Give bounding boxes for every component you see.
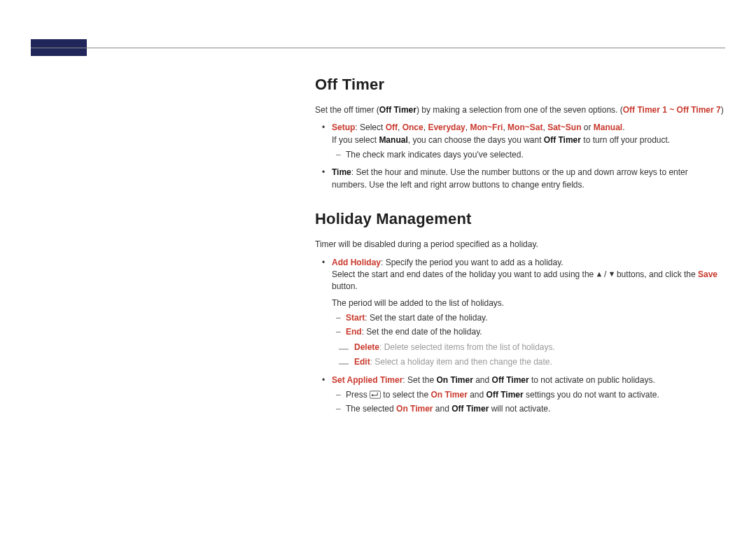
kw-time: Time [332, 167, 351, 177]
heading-holiday-management: Holiday Management [315, 208, 725, 230]
text: The selected [346, 404, 396, 414]
applied-timer-sub-list: Press to select the On Timer and Off Tim… [332, 389, 725, 416]
kw-end: End [346, 327, 362, 337]
list-item-setup: Setup: Select Off, Once, Everyday, Mon~F… [315, 122, 725, 161]
sub-item-press: Press to select the On Timer and Off Tim… [332, 389, 725, 401]
list-item-set-applied-timer: Set Applied Timer: Set the On Timer and … [315, 374, 725, 416]
svg-marker-0 [596, 272, 601, 276]
text: to not activate on public holidays. [529, 375, 655, 385]
list-item-add-holiday: Add Holiday: Specify the period you want… [315, 257, 725, 369]
text: : Specify the period you want to add as … [381, 258, 564, 267]
svg-rect-2 [370, 391, 380, 398]
off-timer-list: Setup: Select Off, Once, Everyday, Mon~F… [315, 122, 725, 191]
text: ) by making a selection from one of the … [416, 105, 623, 115]
off-timer-intro: Set the off timer (Off Timer) by making … [315, 104, 725, 116]
kw-satsun: Sat~Sun [547, 122, 581, 132]
svg-marker-3 [371, 394, 372, 397]
text: : Set the hour and minute. Use the numbe… [332, 167, 688, 189]
minor-item-edit: Edit: Select a holiday item and then cha… [332, 356, 725, 368]
kw-off-timer-b3: Off Timer [451, 404, 489, 414]
svg-marker-1 [609, 272, 613, 276]
enter-icon [370, 391, 381, 399]
add-holiday-note: The period will be added to the list of … [332, 297, 725, 309]
kw-edit: Edit [354, 357, 370, 367]
text: and [433, 404, 452, 414]
setup-sub-list: The check mark indicates days you've sel… [332, 149, 725, 161]
kw-on-timer-r: On Timer [430, 390, 467, 400]
text: or [581, 122, 593, 132]
kw-start: Start [346, 313, 365, 323]
text: : Select a holiday item and then change … [370, 357, 552, 367]
text: : Set the start date of the holiday. [365, 313, 487, 323]
text: to select the [381, 390, 430, 400]
text: settings you do not want to activate. [524, 390, 659, 400]
kw-off-timer-b2: Off Timer [486, 390, 524, 400]
kw-once: Once [402, 122, 424, 132]
kw-off: Off [386, 122, 398, 132]
kw-monfri: Mon~Fri [470, 122, 503, 132]
page-content: Off Timer Set the off timer (Off Timer) … [315, 66, 725, 433]
triangle-up-icon [596, 272, 602, 277]
text: : Set the end date of the holiday. [362, 327, 482, 337]
text: button. [332, 281, 358, 291]
text: : Set the [402, 375, 436, 385]
dash-icon [339, 349, 349, 350]
kw-monsat: Mon~Sat [507, 122, 542, 132]
text: buttons, and click the [615, 269, 698, 279]
kw-off-timer-b: Off Timer [544, 135, 581, 145]
text: , [398, 122, 402, 132]
triangle-down-icon [609, 272, 615, 277]
kw-off-timer-range: Off Timer 1 ~ Off Timer 7 [623, 105, 721, 115]
dash-icon [339, 363, 349, 365]
sub-item-checkmark: The check mark indicates days you've sel… [332, 149, 725, 161]
heading-off-timer: Off Timer [315, 73, 725, 96]
kw-off-timer-b: Off Timer [492, 375, 529, 385]
kw-everyday: Everyday [428, 122, 465, 132]
kw-set-applied-timer: Set Applied Timer [332, 375, 402, 385]
text: . [622, 122, 624, 132]
text: Set the off timer ( [315, 105, 379, 115]
kw-on-timer-r2: On Timer [396, 404, 433, 414]
text: : Delete selected items from the list of… [379, 342, 555, 352]
holiday-list: Add Holiday: Specify the period you want… [315, 257, 725, 416]
text: / [602, 269, 609, 279]
holiday-intro: Timer will be disabled during a period s… [315, 239, 725, 251]
minor-item-delete: Delete: Delete selected items from the l… [332, 342, 725, 353]
kw-on-timer: On Timer [436, 375, 472, 385]
kw-save: Save [698, 269, 718, 279]
sub-item-start: Start: Set the start date of the holiday… [332, 312, 725, 324]
text: If you select [332, 135, 379, 145]
text: Press [346, 390, 370, 400]
list-item-time: Time: Set the hour and minute. Use the n… [315, 167, 725, 191]
text: and [468, 390, 486, 400]
text: : Select [355, 122, 385, 132]
kw-delete: Delete [354, 342, 379, 352]
add-holiday-sub-list: Start: Set the start date of the holiday… [332, 312, 725, 339]
header-rule [31, 48, 725, 48]
kw-manual-b: Manual [379, 135, 407, 145]
text: and [473, 375, 492, 385]
text: , you can choose the days you want [408, 135, 544, 145]
text: ) [721, 105, 724, 115]
kw-off-timer: Off Timer [379, 105, 416, 115]
text: will not activate. [489, 404, 550, 414]
kw-add-holiday: Add Holiday [332, 258, 381, 267]
sub-item-end: End: Set the end date of the holiday. [332, 326, 725, 338]
sub-item-selected: The selected On Timer and Off Timer will… [332, 403, 725, 415]
text: Select the start and end dates of the ho… [332, 269, 596, 279]
text: to turn off your product. [581, 135, 670, 145]
kw-manual: Manual [594, 122, 622, 132]
kw-setup: Setup [332, 122, 355, 132]
